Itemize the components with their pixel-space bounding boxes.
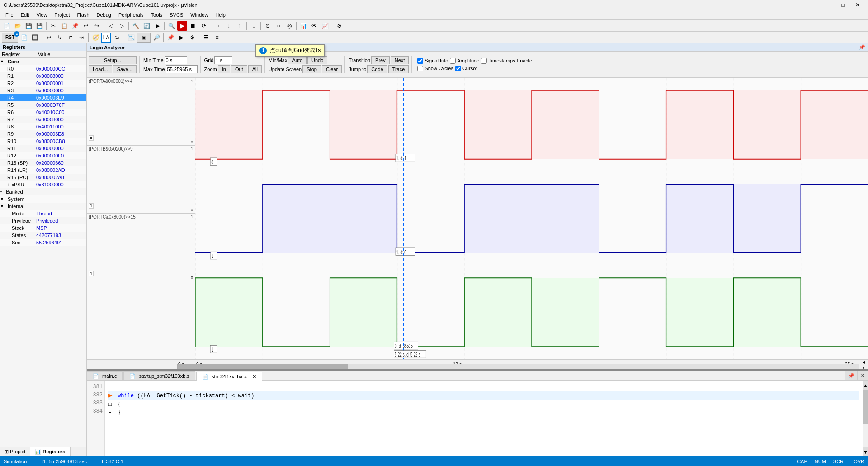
tab-hal[interactable]: 📄 stm32f1xx_hal.c ✕ <box>196 372 263 381</box>
rst-btn[interactable]: RST 2 <box>2 33 18 43</box>
tab-close-icon[interactable]: ✕ <box>252 374 256 379</box>
breakpoint-btn[interactable]: ⊙ <box>263 21 273 31</box>
cursor-check[interactable]: Cursor <box>455 66 477 71</box>
logic-btn[interactable]: LA <box>101 33 111 43</box>
prev-la-button[interactable]: Prev <box>371 56 390 64</box>
core-expand[interactable]: ▼ <box>0 59 4 64</box>
maximize-button[interactable]: □ <box>836 1 850 9</box>
prev-loc-btn[interactable]: ◁ <box>106 21 116 31</box>
settings-btn[interactable]: ⚙ <box>334 21 344 31</box>
cursor-checkbox[interactable] <box>455 66 461 71</box>
reg-row-r3[interactable]: R3 0x00000000 <box>0 87 86 94</box>
find-btn[interactable]: 🔍 <box>166 21 176 31</box>
load-button[interactable]: Load... <box>89 65 112 73</box>
trace-la-button[interactable]: Trace <box>388 65 409 73</box>
waveform-area[interactable]: 0 1, d: 1 <box>195 78 868 359</box>
nav-btn[interactable]: 🧭 <box>90 33 100 43</box>
project-tab[interactable]: ⊞ Project <box>0 447 30 456</box>
reg-row-r8[interactable]: R8 0x40011000 <box>0 123 86 130</box>
reg-row-r4[interactable]: R4 0x000003E9 <box>0 94 86 101</box>
min-time-input[interactable] <box>165 56 187 64</box>
banked-expand[interactable]: + <box>0 190 2 194</box>
minimize-button[interactable]: — <box>822 1 835 9</box>
reg-row-r5[interactable]: R5 0x0000D70F <box>0 101 86 109</box>
pin-btn[interactable]: 📌 <box>165 33 175 43</box>
step-into-btn[interactable]: ↓ <box>224 21 234 31</box>
reg-row-r13[interactable]: R13 (SP) 0x20000660 <box>0 159 86 166</box>
clear-bp-btn[interactable]: ○ <box>274 21 283 31</box>
next-la-button[interactable]: Next <box>391 56 409 64</box>
menu-view[interactable]: View <box>33 11 51 19</box>
reg-row-r1[interactable]: R1 0x00008000 <box>0 72 86 80</box>
menu-edit[interactable]: Edit <box>17 11 33 19</box>
max-time-input[interactable] <box>166 65 198 73</box>
internal-expand[interactable]: ▼ <box>0 204 4 209</box>
extra-btn[interactable]: ☰ <box>201 33 211 43</box>
reg-row-r7[interactable]: R7 0x00008000 <box>0 116 86 123</box>
zoom-all-button[interactable]: All <box>248 65 262 73</box>
step-over-btn[interactable]: → <box>213 21 223 31</box>
run-btn[interactable]: ↩ <box>44 33 54 43</box>
save-button[interactable]: Save... <box>113 65 137 73</box>
memory-btn[interactable]: 📊 <box>298 21 308 31</box>
menu-peripherals[interactable]: Peripherals <box>115 11 147 19</box>
grid-input[interactable] <box>214 56 232 64</box>
tab-startup[interactable]: 📄 startup_stm32f103xb.s <box>123 371 195 380</box>
next-loc-btn[interactable]: ▷ <box>117 21 127 31</box>
watch-btn[interactable]: 👁 <box>309 21 319 31</box>
compile-btn[interactable]: ▶ <box>152 21 162 31</box>
reg-row-r2[interactable]: R2 0x00000001 <box>0 80 86 87</box>
step4-btn[interactable]: ⇥ <box>76 33 86 43</box>
registers-tab[interactable]: 📊 Registers <box>30 447 70 456</box>
step3-btn[interactable]: ↱ <box>66 33 75 43</box>
reg-row-r14[interactable]: R14 (LR) 0x080002AD <box>0 166 86 174</box>
reg-row-r10[interactable]: R10 0x08000CB8 <box>0 138 86 145</box>
menu-debug[interactable]: Debug <box>93 11 115 19</box>
mem2-btn[interactable]: 🗂 <box>112 33 122 43</box>
menu-svcs[interactable]: SVCS <box>166 11 187 19</box>
build-btn[interactable]: 🔨 <box>131 21 141 31</box>
close-code-btn[interactable]: ✕ <box>858 371 868 380</box>
code-scroll-down[interactable]: ▼ <box>863 447 868 456</box>
save-btn[interactable]: 💾 <box>24 21 33 31</box>
config2-btn[interactable]: ⚙ <box>187 33 197 43</box>
code-la-button[interactable]: Code <box>367 65 387 73</box>
paste-btn[interactable]: 📌 <box>70 21 80 31</box>
clear-la-button[interactable]: Clear <box>322 65 342 73</box>
open-file-btn[interactable]: 📂 <box>13 21 23 31</box>
setup-button[interactable]: Setup... <box>89 56 137 64</box>
copy-btn[interactable]: 📋 <box>59 21 69 31</box>
reg-row-r12[interactable]: R12 0x000000F0 <box>0 152 86 159</box>
timestamps-check[interactable]: Timestamps Enable <box>481 58 532 64</box>
amplitude-check[interactable]: Amplitude <box>450 58 479 64</box>
undo-toolbar-btn[interactable]: ↩ <box>81 21 91 31</box>
pin-code-btn[interactable]: 📌 <box>845 371 858 380</box>
signal-info-check[interactable]: Signal Info <box>417 58 448 64</box>
reset-btn[interactable]: ⟳ <box>199 21 209 31</box>
auto-button[interactable]: Auto <box>288 56 307 64</box>
peripheral-view-btn[interactable]: 🔲 <box>30 33 40 43</box>
h-scrollbar-thumb[interactable] <box>178 364 348 369</box>
reg-row-r6[interactable]: R6 0x40010C00 <box>0 109 86 116</box>
save-all-btn[interactable]: 💾 <box>34 21 44 31</box>
zoom-in-button[interactable]: In <box>218 65 230 73</box>
step-out-btn[interactable]: ↑ <box>235 21 245 31</box>
amplitude-checkbox[interactable] <box>450 58 456 64</box>
disable-bp-btn[interactable]: ◎ <box>284 21 294 31</box>
reg-row-xpsr[interactable]: + xPSR 0x81000000 <box>0 181 86 188</box>
print-btn[interactable]: ▣ <box>137 33 151 43</box>
menu-window[interactable]: Window <box>187 11 212 19</box>
code-lines[interactable]: ▶ while ((HAL_GetTick() - tickstart) < w… <box>105 381 863 456</box>
reg-row-r0[interactable]: R0 0x000000CC <box>0 65 86 72</box>
redo-toolbar-btn[interactable]: ↪ <box>92 21 102 31</box>
cut-btn[interactable]: ✂ <box>48 21 58 31</box>
signal-info-checkbox[interactable] <box>417 58 423 64</box>
extra2-btn[interactable]: ≡ <box>212 33 222 43</box>
scope-btn[interactable]: 📉 <box>126 33 136 43</box>
reg-row-r9[interactable]: R9 0x000003E8 <box>0 130 86 138</box>
reg-row-r15[interactable]: R15 (PC) 0x080002A8 <box>0 174 86 181</box>
timestamps-checkbox[interactable] <box>481 58 487 64</box>
la-pin-icon[interactable]: 📌 <box>859 44 865 50</box>
arrow-btn[interactable]: ▶ <box>176 33 186 43</box>
show-cycles-check[interactable]: Show Cycles <box>417 66 453 71</box>
